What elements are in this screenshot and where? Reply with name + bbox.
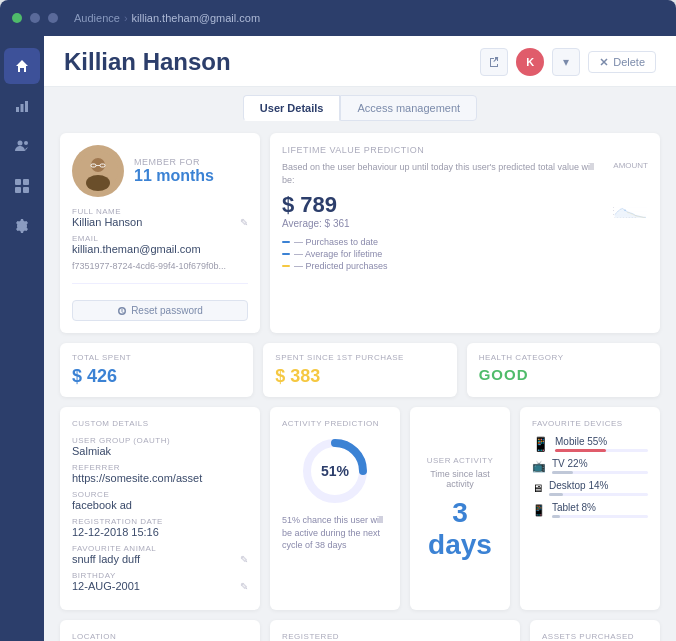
delete-button[interactable]: Delete	[588, 51, 656, 73]
device-desktop-name: Desktop 14%	[549, 480, 608, 491]
activity-donut: 51%	[282, 436, 388, 506]
page-header: Killian Hanson K ▾ Delete	[44, 36, 676, 87]
chart-area: AMOUNT 75 50 25	[613, 161, 648, 271]
location-title: LOCATION	[72, 632, 248, 641]
assets-title: ASSETS PURCHASED	[542, 632, 648, 641]
location-card: LOCATION	[60, 620, 260, 641]
legend-item-1: — Purchases to date	[282, 237, 603, 247]
reg-fields: REGISTERED Shanghai, China LATEST LOGIN …	[282, 632, 508, 641]
custom-field-group: USER GROUP (OAUTH) Salmiak	[72, 436, 248, 457]
tab-user-details[interactable]: User Details	[243, 95, 341, 121]
sidebar-item-home[interactable]	[4, 48, 40, 84]
tablet-icon: 📱	[532, 504, 546, 517]
lv-left: Based on the user behaviour up until tod…	[282, 161, 603, 271]
stats-row: TOTAL SPENT $ 426 SPENT SINCE 1ST PURCHA…	[60, 343, 660, 397]
reset-password-label: Reset password	[131, 305, 203, 316]
device-mobile-bar	[555, 449, 648, 452]
member-info: MEMBER FOR 11 months	[134, 157, 214, 185]
svg-point-5	[24, 141, 28, 145]
svg-text:25: 25	[613, 214, 615, 215]
titlebar-btn-green[interactable]	[12, 13, 22, 23]
custom-field-regdate: REGISTRATION DATE 12-12-2018 15:16	[72, 517, 248, 538]
lifetime-chart: 75 50 25	[613, 172, 648, 252]
stat-health-value: GOOD	[479, 366, 648, 383]
device-mobile-name: Mobile 55%	[555, 436, 607, 447]
custom-field-animal: FAVOURITE ANIMAL snuff lady duff ✎	[72, 544, 248, 565]
lv-body: Based on the user behaviour up until tod…	[282, 161, 648, 271]
svg-rect-8	[15, 187, 21, 193]
sidebar-item-settings[interactable]	[4, 208, 40, 244]
svg-text:50: 50	[613, 210, 615, 211]
assets-card: ASSETS PURCHASED 12 of 36 Current ac	[530, 620, 660, 641]
field-email: EMAIL killian.theman@gmail.com	[72, 234, 248, 255]
device-tv-bar	[552, 471, 648, 474]
tab-access-management[interactable]: Access management	[340, 95, 477, 121]
user-activity-days: 3 days	[422, 497, 498, 561]
header-actions: K ▾ Delete	[480, 48, 656, 76]
stat-since-first-value: $ 383	[275, 366, 444, 387]
stat-total-spent-value: $ 426	[72, 366, 241, 387]
reset-password-button[interactable]: Reset password	[72, 300, 248, 321]
devices-title: FAVOURITE DEVICES	[532, 419, 648, 428]
device-item-tablet: 📱 Tablet 8%	[532, 502, 648, 518]
fullname-value: Killian Hanson	[72, 216, 142, 228]
svg-point-11	[91, 158, 105, 172]
custom-field-referrer: REFERRER https://somesite.com/asset	[72, 463, 248, 484]
legend-dot-blue2	[282, 253, 290, 255]
titlebar-btn-3[interactable]	[48, 13, 58, 23]
edit-birthday-icon[interactable]: ✎	[240, 581, 248, 592]
profile-top: MEMBER FOR 11 months	[72, 145, 248, 197]
profile-fields: FULL NAME Killian Hanson ✎ EMAIL killian…	[72, 207, 248, 321]
titlebar: Audience › killian.theham@gmail.com	[0, 0, 676, 36]
svg-rect-3	[25, 101, 28, 112]
export-button[interactable]	[480, 48, 508, 76]
lv-amount: $ 789	[282, 192, 603, 218]
svg-marker-0	[16, 60, 28, 72]
device-item-desktop: 🖥 Desktop 14%	[532, 480, 648, 496]
lv-desc: Based on the user behaviour up until tod…	[282, 161, 603, 186]
tv-icon: 📺	[532, 460, 546, 473]
email-value: killian.theman@gmail.com	[72, 243, 201, 255]
activity-prediction-card: ACTIVITY PREDICTION 51% 51% chance this …	[270, 407, 400, 610]
lv-title: LIFETIME VALUE PREDICTION	[282, 145, 648, 155]
device-desktop-bar	[549, 493, 648, 496]
edit-name-icon[interactable]: ✎	[240, 217, 248, 228]
svg-rect-6	[15, 179, 21, 185]
content-area: MEMBER FOR 11 months FULL NAME Killian H…	[44, 121, 676, 641]
device-mobile-fill	[555, 449, 606, 452]
stat-since-first: SPENT SINCE 1ST PURCHASE $ 383	[263, 343, 456, 397]
svg-marker-22	[615, 209, 646, 219]
user-activity-card: USER ACTIVITY Time since last activity 3…	[410, 407, 510, 610]
legend-item-3: — Predicted purchases	[282, 261, 603, 271]
sidebar	[0, 36, 44, 641]
id-value: f7351977-8724-4cd6-99f4-10f679f0b...	[72, 261, 226, 271]
tabs-bar: User Details Access management	[44, 87, 676, 121]
svg-point-23	[625, 210, 626, 211]
sidebar-item-grid[interactable]	[4, 168, 40, 204]
activity-prediction-title: ACTIVITY PREDICTION	[282, 419, 388, 428]
stat-total-spent: TOTAL SPENT $ 426	[60, 343, 253, 397]
user-avatar: K	[516, 48, 544, 76]
device-tv-name: TV 22%	[552, 458, 588, 469]
member-value: 11 months	[134, 167, 214, 185]
page-title: Killian Hanson	[64, 48, 231, 76]
mobile-icon: 📱	[532, 436, 549, 452]
user-activity-title: USER ACTIVITY	[427, 456, 494, 465]
device-tablet-bar	[552, 515, 648, 518]
svg-rect-1	[16, 107, 19, 112]
field-id: f7351977-8724-4cd6-99f4-10f679f0b...	[72, 261, 248, 271]
device-desktop-fill	[549, 493, 563, 496]
breadcrumb-root[interactable]: Audience	[74, 12, 120, 24]
sidebar-item-chart[interactable]	[4, 88, 40, 124]
titlebar-btn-2[interactable]	[30, 13, 40, 23]
edit-animal-icon[interactable]: ✎	[240, 554, 248, 565]
legend-dot-yellow	[282, 265, 290, 267]
svg-rect-2	[21, 104, 24, 112]
lv-avg: Average: $ 361	[282, 218, 603, 229]
legend-item-2: — Average for lifetime	[282, 249, 603, 259]
chevron-down-icon[interactable]: ▾	[552, 48, 580, 76]
breadcrumb-sep: ›	[124, 12, 128, 24]
user-activity-sublabel: Time since last activity	[422, 469, 498, 489]
custom-field-birthday: BIRTHDAY 12-AUG-2001 ✎	[72, 571, 248, 592]
sidebar-item-users[interactable]	[4, 128, 40, 164]
